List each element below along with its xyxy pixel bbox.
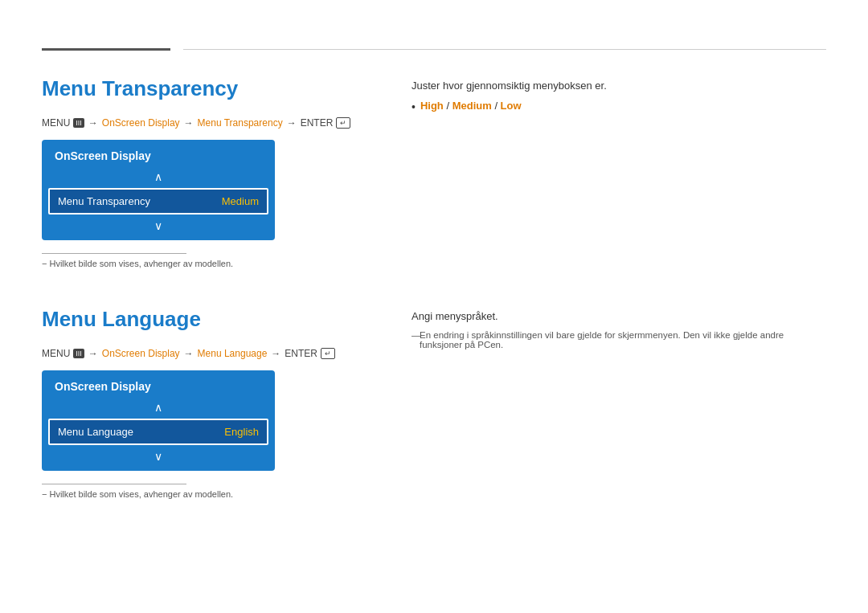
section1-desc-options: High / Medium / Low (420, 100, 522, 112)
menu-transparency-section: Menu Transparency MENU III → OnScreen Di… (42, 76, 826, 268)
section1-left: Menu Transparency MENU III → OnScreen Di… (42, 76, 379, 268)
section2-desc-note: En endring i språkinnstillingen vil bare… (411, 330, 826, 349)
nav-arrow1-2: → (88, 348, 98, 359)
section1-nav-path: MENU III → OnScreen Display → Menu Trans… (42, 117, 379, 129)
bullet-icon-1: • (411, 100, 416, 113)
option-high: High (420, 100, 444, 112)
nav-menu-icon-1: III (73, 118, 84, 128)
nav-link1-1: OnScreen Display (102, 117, 180, 129)
nav-enter-label-1: ENTER (301, 117, 334, 129)
osd-chevron-down-2: ∨ (42, 445, 275, 471)
section2-nav-path: MENU III → OnScreen Display → Menu Langu… (42, 348, 379, 359)
osd-chevron-down-1: ∨ (42, 215, 275, 240)
osd-header-2: OnScreen Display (42, 370, 275, 399)
osd-row-value-1: Medium (222, 195, 259, 207)
nav-arrow2-2: → (184, 348, 194, 359)
nav-arrow1-1: → (88, 117, 98, 129)
osd-row-value-2: English (224, 426, 259, 438)
nav-enter-label-2: ENTER (285, 348, 317, 359)
menu-language-title: Menu Language (42, 307, 379, 332)
osd-header-1: OnScreen Display (42, 140, 275, 169)
nav-menu-icon-2: III (73, 349, 84, 358)
section2-right: Angi menyspråket. En endring i språkinns… (411, 307, 826, 499)
top-line-short (42, 48, 170, 51)
osd-chevron-up-1: ∧ (42, 169, 275, 188)
section2-divider (42, 484, 186, 484)
nav-enter-icon-2: ↵ (321, 348, 335, 359)
nav-enter-icon-1: ↵ (336, 117, 350, 129)
top-line-long (183, 49, 826, 50)
osd-chevron-up-2: ∧ (42, 399, 275, 419)
option-medium: Medium (452, 100, 492, 112)
osd-box-2: OnScreen Display ∧ Menu Language English… (42, 370, 275, 471)
menu-transparency-title: Menu Transparency (42, 76, 379, 101)
nav-link2-2: Menu Language (198, 348, 268, 359)
section1-desc-main: Juster hvor gjennomsiktig menyboksen er. (411, 80, 826, 92)
osd-row-2: Menu Language English (48, 419, 268, 445)
osd-row-label-2: Menu Language (58, 426, 133, 438)
section1-divider (42, 253, 186, 254)
top-decorative-lines (42, 48, 826, 51)
section1-desc-bullet: • High / Medium / Low (411, 100, 826, 113)
nav-arrow3-1: → (287, 117, 297, 129)
section2-left: Menu Language MENU III → OnScreen Displa… (42, 307, 379, 499)
section1-right: Juster hvor gjennomsiktig menyboksen er.… (411, 76, 826, 268)
option-low: Low (501, 100, 522, 112)
nav-menu-label-1: MENU (42, 117, 70, 129)
section2-desc-main: Angi menyspråket. (411, 310, 826, 322)
sep1: / (444, 100, 452, 112)
nav-arrow2-1: → (184, 117, 194, 129)
section2-note: − Hvilket bilde som vises, avhenger av m… (42, 489, 379, 499)
osd-box-1: OnScreen Display ∧ Menu Transparency Med… (42, 140, 275, 240)
nav-menu-label-2: MENU (42, 348, 70, 359)
sep2: / (492, 100, 501, 112)
nav-arrow3-2: → (271, 348, 280, 359)
nav-link1-2: OnScreen Display (102, 348, 180, 359)
osd-row-label-1: Menu Transparency (58, 195, 150, 207)
menu-language-section: Menu Language MENU III → OnScreen Displa… (42, 307, 826, 499)
section1-note: − Hvilket bilde som vises, avhenger av m… (42, 259, 379, 268)
nav-link2-1: Menu Transparency (198, 117, 283, 129)
osd-row-1: Menu Transparency Medium (48, 188, 268, 215)
